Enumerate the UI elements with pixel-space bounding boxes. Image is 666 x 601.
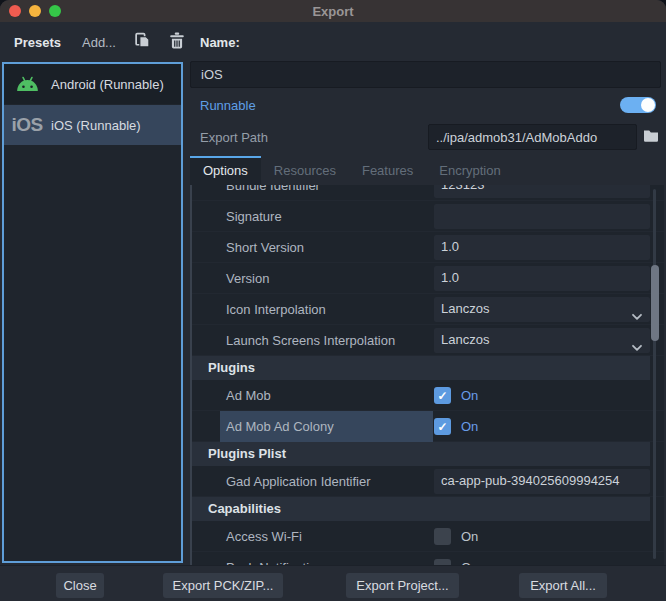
zoom-window-button[interactable] (49, 5, 61, 17)
option-dropdown[interactable]: Lanczos (434, 297, 650, 322)
checkbox-state-label: On (461, 521, 478, 552)
preset-label: Android (Runnable) (51, 77, 164, 92)
option-row-access-wi-fi[interactable]: Access Wi-Fi ✓ On (192, 521, 664, 552)
footer: Close Export PCK/ZIP... Export Project..… (0, 565, 666, 601)
name-input[interactable] (190, 61, 661, 88)
option-label: Access Wi-Fi (226, 521, 302, 552)
section-label: Capabilities (208, 501, 281, 516)
close-button[interactable]: Close (56, 573, 104, 598)
option-row-icon-interpolation[interactable]: Icon Interpolation Lanczos (192, 294, 664, 325)
export-project-button[interactable]: Export Project... (346, 573, 459, 598)
checkbox[interactable]: ✓ (434, 528, 451, 545)
option-value: 123123 (441, 185, 484, 192)
tab-resources[interactable]: Resources (261, 156, 349, 185)
option-value: 1.0 (441, 239, 459, 254)
checkbox-state-label: On (461, 411, 478, 442)
ios-icon: iOS (12, 114, 42, 136)
checkbox-state-label: On (461, 552, 478, 565)
scrollbar-track[interactable] (653, 189, 656, 559)
export-all-button[interactable]: Export All... (519, 573, 607, 598)
tab-encryption[interactable]: Encryption (426, 156, 513, 185)
option-value-field[interactable]: 1.0 (434, 235, 650, 260)
option-row-gad-application-identifier[interactable]: Gad Application Identifier ca-app-pub-39… (192, 466, 664, 497)
option-value-field[interactable]: 123123 (434, 185, 650, 198)
add-preset-button[interactable]: Add... (82, 35, 116, 50)
runnable-label: Runnable (200, 98, 256, 113)
option-label: Icon Interpolation (226, 294, 326, 325)
option-label: Ad Mob Ad Colony (226, 411, 334, 442)
tab-features[interactable]: Features (349, 156, 426, 185)
chevron-down-icon (631, 305, 643, 322)
checkbox[interactable]: ✓ (434, 418, 451, 435)
delete-preset-button[interactable] (169, 32, 185, 52)
duplicate-icon (134, 32, 151, 52)
preset-label: iOS (Runnable) (51, 118, 141, 133)
trash-icon (169, 32, 185, 52)
runnable-toggle[interactable] (620, 97, 656, 113)
export-pck-zip-button[interactable]: Export PCK/ZIP... (163, 573, 283, 598)
preset-list: Android (Runnable) iOS iOS (Runnable) (2, 62, 183, 563)
section-header-plugins: Plugins (192, 356, 650, 380)
duplicate-preset-button[interactable] (134, 32, 151, 52)
preset-details: Name: Runnable Export Path Options Resou… (186, 22, 666, 565)
browse-path-button[interactable] (641, 126, 661, 148)
option-row-ad-mob[interactable]: Ad Mob ✓ On (192, 380, 664, 411)
option-row-push-notifications[interactable]: Push Notifications ✓ On (192, 552, 664, 565)
option-label: Version (226, 263, 269, 294)
option-value-field[interactable]: ca-app-pub-394025609994254 (434, 469, 650, 494)
option-label: Push Notifications (226, 552, 330, 565)
checkbox[interactable]: ✓ (434, 387, 451, 404)
option-row-short-version[interactable]: Short Version 1.0 (192, 232, 664, 263)
option-row-version[interactable]: Version 1.0 (192, 263, 664, 294)
folder-icon (643, 129, 659, 145)
export-path-input[interactable] (428, 124, 637, 150)
option-value: Lanczos (441, 332, 489, 347)
section-label: Plugins (208, 360, 255, 375)
option-row-bundle-identifier[interactable]: Bundle Identifier 123123 (192, 185, 664, 201)
android-icon (12, 76, 42, 92)
option-label: Signature (226, 201, 282, 232)
titlebar: Export (0, 0, 666, 22)
scrollbar-thumb[interactable] (651, 265, 659, 341)
option-label: Ad Mob (226, 380, 271, 411)
tab-options[interactable]: Options (190, 156, 261, 185)
option-label: Short Version (226, 232, 304, 263)
option-value: Lanczos (441, 301, 489, 316)
toggle-knob (641, 98, 655, 112)
option-dropdown[interactable]: Lanczos (434, 328, 650, 353)
option-row-ad-mob-ad-colony[interactable]: Ad Mob Ad Colony ✓ On (192, 411, 664, 442)
close-window-button[interactable] (9, 5, 21, 17)
option-value: ca-app-pub-394025609994254 (441, 473, 620, 488)
option-value: 1.0 (441, 270, 459, 285)
check-icon: ✓ (437, 390, 447, 402)
option-label: Gad Application Identifier (226, 466, 371, 497)
preset-item-ios-runnable[interactable]: iOS iOS (Runnable) (4, 105, 181, 145)
minimize-window-button[interactable] (29, 5, 41, 17)
checkbox-state-label: On (461, 380, 478, 411)
presets-panel: Presets Add... (0, 22, 186, 565)
export-tabs: Options Resources Features Encryption (190, 156, 514, 185)
window-title: Export (312, 4, 353, 19)
chevron-down-icon (631, 336, 643, 353)
presets-title: Presets (14, 35, 61, 50)
section-header-capabilities: Capabilities (192, 497, 650, 521)
options-rows: Bundle Identifier 123123 Signature Short… (192, 185, 664, 565)
check-icon: ✓ (437, 421, 447, 433)
option-value-field[interactable]: 1.0 (434, 266, 650, 291)
option-label: Bundle Identifier (226, 185, 320, 201)
option-row-signature[interactable]: Signature (192, 201, 664, 232)
name-label: Name: (200, 35, 240, 50)
option-label: Launch Screens Interpolation (226, 325, 395, 356)
export-dialog: Export Presets Add... (0, 0, 666, 601)
preset-item-android-runnable[interactable]: Android (Runnable) (4, 64, 181, 104)
section-header-plugins-plist: Plugins Plist (192, 442, 650, 466)
section-label: Plugins Plist (208, 446, 286, 461)
option-value-field[interactable] (434, 204, 650, 229)
options-panel: Bundle Identifier 123123 Signature Short… (190, 185, 664, 565)
export-path-label: Export Path (200, 130, 268, 145)
option-row-launch-screens-interpolation[interactable]: Launch Screens Interpolation Lanczos (192, 325, 664, 356)
